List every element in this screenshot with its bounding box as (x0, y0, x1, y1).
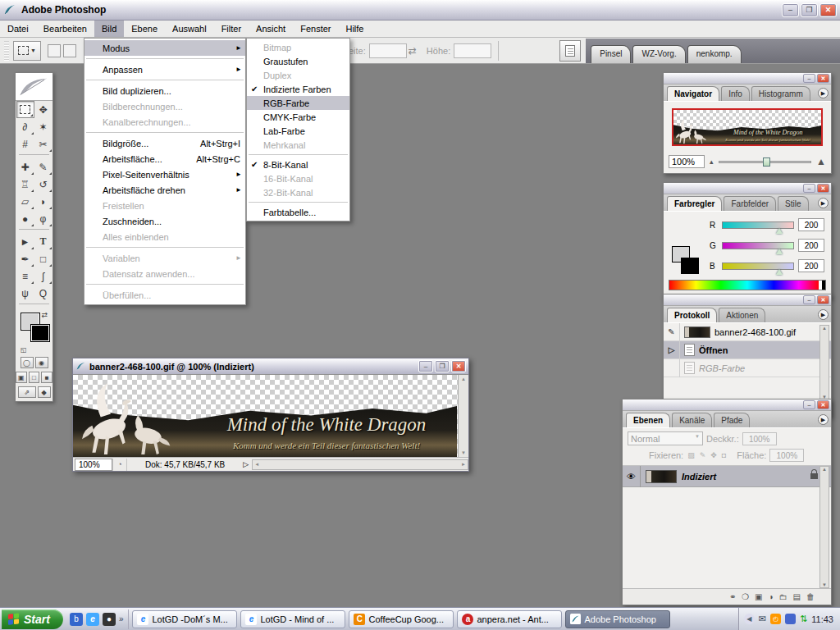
menu-item-indizierte-farben[interactable]: ✔Indizierte Farben (247, 82, 349, 96)
tab-histogramm[interactable]: Histogramm (751, 86, 810, 101)
eyedropper-tool[interactable]: ʃ (34, 267, 52, 285)
scroll-up-icon[interactable]: ▲ (461, 377, 466, 381)
menu-item-8-bit-kanal[interactable]: ✔8-Bit-Kanal (247, 158, 349, 171)
green-slider[interactable] (722, 242, 794, 249)
opacity-field[interactable]: 100% (742, 432, 777, 445)
brush-tool[interactable]: ✎ (34, 158, 52, 176)
blue-slider-thumb[interactable] (776, 269, 783, 275)
fullscreen-menubar-button[interactable]: □ (29, 372, 40, 383)
task-photoshop[interactable]: Adobe Photoshop (565, 610, 670, 628)
menu-item-arbeitsflaeche[interactable]: Arbeitsfläche...Alt+Strg+C (84, 151, 245, 167)
zoom-tool[interactable]: Q (34, 285, 52, 302)
type-tool[interactable]: T (34, 233, 52, 250)
menu-fenster[interactable]: Fenster (293, 21, 338, 37)
history-pointer-icon[interactable]: ▷ (664, 341, 680, 359)
paint-bucket-tool[interactable]: ◗ (34, 193, 52, 210)
menu-auswahl[interactable]: Auswahl (165, 21, 214, 37)
history-brush-source-icon[interactable]: ✎ (664, 323, 680, 341)
mail-tray-icon[interactable]: ✉ (759, 614, 766, 624)
scroll-up-icon[interactable]: ▲ (822, 467, 827, 472)
menu-item-modus[interactable]: Modus► (84, 40, 245, 56)
menu-item-bild-duplizieren[interactable]: Bild duplizieren... (84, 83, 245, 98)
palette-tab-ebenenkomp[interactable]: nenkomp. (687, 45, 742, 63)
crop-tool[interactable]: # (16, 135, 34, 153)
link-layers-button[interactable]: ⚭ (729, 592, 736, 601)
history-scrollbar[interactable]: ▲ ▼ (819, 325, 829, 400)
clone-stamp-tool[interactable]: ♖ (16, 176, 34, 193)
menu-item-farbtabelle[interactable]: Farbtabelle... (247, 205, 349, 219)
layer-thumbnail[interactable] (646, 470, 677, 483)
options-bar-grip[interactable] (4, 41, 9, 61)
history-snapshot-row[interactable]: ✎ banner2-468-100.gif (664, 323, 831, 341)
hoehe-field[interactable] (454, 43, 491, 58)
tab-farbregler[interactable]: Farbregler (667, 196, 722, 211)
hide-icons-chevron[interactable]: ◀ (744, 614, 755, 624)
selection-mode-add-button[interactable] (63, 44, 76, 57)
palette-tab-wz-vorgaben[interactable]: WZ-Vorg. (632, 45, 685, 63)
menu-item-cmyk-farbe[interactable]: CMYK-Farbe (247, 110, 349, 124)
doc-close-button[interactable]: ✕ (451, 360, 466, 372)
panel-menu-icon[interactable]: ▶ (818, 88, 829, 98)
menu-item-anpassen[interactable]: Anpassen► (84, 62, 245, 77)
menu-bild[interactable]: Bild (94, 21, 124, 37)
pen-tool[interactable]: ✒ (16, 250, 34, 267)
background-color-swatch[interactable] (30, 324, 50, 342)
history-brush-tool[interactable]: ↺ (34, 176, 52, 193)
panel-minimize-button[interactable]: – (803, 184, 815, 193)
red-slider[interactable] (722, 221, 794, 229)
panel-close-button[interactable]: ✕ (817, 74, 829, 83)
tab-info[interactable]: Info (721, 86, 750, 101)
menu-filter[interactable]: Filter (214, 21, 249, 37)
quick-mask-mode-button[interactable]: ◉ (35, 357, 48, 368)
fullscreen-button[interactable]: ■ (41, 372, 52, 383)
scroll-right-icon[interactable]: ► (461, 462, 466, 467)
zoom-slider-thumb[interactable] (763, 158, 770, 167)
layers-scrollbar[interactable]: ▲ ▼ (819, 466, 829, 588)
task-lotgd-mind[interactable]: e LotGD - Mind of ... (240, 610, 345, 628)
breite-field[interactable] (369, 43, 407, 58)
task-anpera[interactable]: a anpera.net - Ant... (457, 610, 562, 628)
layer-row-indiziert[interactable]: 👁 Indiziert (623, 466, 831, 487)
lock-pixels-icon[interactable]: ✎ (700, 451, 706, 459)
doc-maximize-button[interactable]: ❐ (435, 360, 450, 372)
menu-item-pixel-seitenverhaeltnis[interactable]: Pixel-Seitenverhältnis► (84, 167, 245, 182)
tab-pfade[interactable]: Pfade (714, 413, 750, 427)
dodge-tool[interactable]: φ (34, 210, 52, 227)
quicklaunch-app1-icon[interactable]: b (70, 613, 83, 626)
marquee-tool[interactable] (16, 101, 34, 118)
magic-wand-tool[interactable]: ✶ (34, 118, 52, 135)
healing-brush-tool[interactable]: ✚ (16, 158, 34, 176)
lock-all-icon[interactable]: ◘ (722, 451, 726, 459)
panel-close-button[interactable]: ✕ (817, 400, 829, 409)
document-canvas[interactable]: Mind of the White Dragon Komm und werde … (73, 375, 468, 457)
menu-ebene[interactable]: Ebene (124, 21, 165, 37)
menu-item-graustufen[interactable]: Graustufen (247, 54, 349, 68)
restore-button[interactable]: ❐ (801, 3, 818, 17)
panel-minimize-button[interactable]: – (803, 74, 815, 83)
blue-slider[interactable] (722, 262, 794, 270)
new-layer-button[interactable]: ▤ (793, 592, 801, 601)
move-tool[interactable]: ✥ (34, 101, 52, 118)
history-step-oeffnen[interactable]: ▷ Öffnen (664, 341, 831, 359)
navigator-preview[interactable]: Mind of the White Dragon Komm und werde … (672, 108, 823, 146)
tab-kanaele[interactable]: Kanäle (672, 413, 712, 427)
menu-datei[interactable]: Datei (0, 21, 36, 37)
slice-tool[interactable]: ✂ (34, 135, 52, 153)
layer-style-button[interactable]: ❍ (742, 592, 749, 601)
menu-item-bildgroesse[interactable]: Bildgröße...Alt+Strg+I (84, 135, 245, 151)
tab-ebenen[interactable]: Ebenen (626, 413, 670, 427)
panel-minimize-button[interactable]: – (803, 400, 815, 409)
close-button[interactable]: ✕ (819, 3, 837, 17)
path-selection-tool[interactable]: ► (16, 233, 34, 250)
canvas-horizontal-scrollbar[interactable]: ◄ ► (252, 459, 468, 470)
tab-protokoll[interactable]: Protokoll (667, 308, 717, 322)
default-colors-icon[interactable]: ◱ (21, 346, 27, 354)
tab-farbfelder[interactable]: Farbfelder (724, 196, 776, 211)
lock-transparency-icon[interactable]: ▨ (687, 451, 695, 459)
blue-value-field[interactable]: 200 (798, 259, 824, 272)
notes-tool[interactable]: ≡ (16, 267, 34, 285)
panel-menu-icon[interactable]: ▶ (818, 414, 829, 425)
swap-dimensions-icon[interactable]: ⇄ (409, 45, 417, 57)
lock-position-icon[interactable]: ✥ (710, 451, 717, 459)
scroll-down-icon[interactable]: ▼ (461, 450, 466, 455)
